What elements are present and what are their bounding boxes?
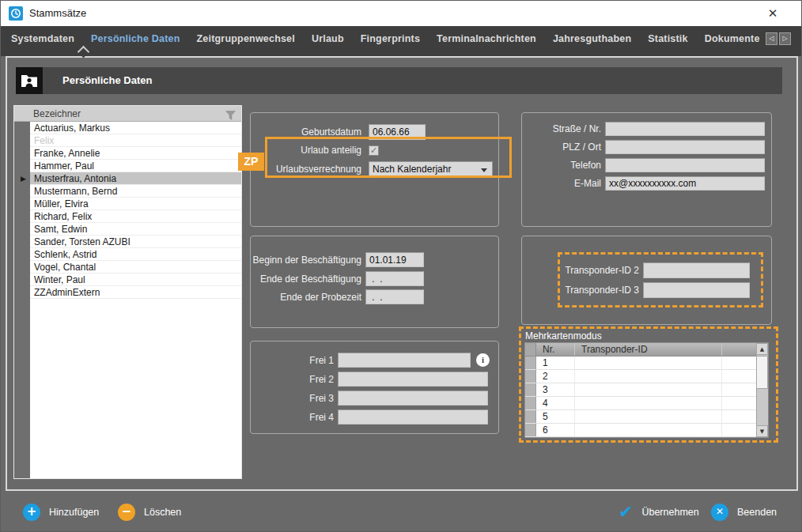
cell-transponder-id[interactable] xyxy=(575,424,722,436)
table-row[interactable]: 5 xyxy=(525,410,756,424)
cell-transponder-id[interactable] xyxy=(575,410,722,423)
section-header: Persönliche Daten xyxy=(16,67,782,94)
plz-ort-input[interactable] xyxy=(605,140,765,154)
info-icon[interactable]: i xyxy=(476,353,490,367)
employee-name: Felix xyxy=(34,135,54,146)
strasse-input[interactable] xyxy=(605,122,765,136)
employee-row[interactable]: ▶ Felix xyxy=(30,134,241,147)
exit-button[interactable]: ✕ Beenden xyxy=(711,504,777,521)
cell-transponder-id[interactable] xyxy=(575,397,722,409)
scrollbar-thumb[interactable] xyxy=(756,356,768,389)
employee-list-header[interactable]: Bezeichner xyxy=(14,106,241,122)
employee-row[interactable]: ▶ Hammer, Paul xyxy=(30,160,241,172)
tab[interactable]: Statistik xyxy=(644,33,691,44)
cell-transponder-id[interactable] xyxy=(575,370,722,383)
tab[interactable]: Systemdaten xyxy=(7,33,78,44)
person-folder-icon xyxy=(16,67,43,94)
frei3-input[interactable] xyxy=(338,391,488,406)
section-title: Persönliche Daten xyxy=(62,67,152,94)
add-button[interactable]: + Hinzufügen xyxy=(23,504,99,521)
employee-name: Samt, Edwin xyxy=(34,224,87,235)
mehrkarten-table-body: 1 2 3 xyxy=(525,357,756,437)
cell-filler xyxy=(722,383,756,396)
add-button-label: Hinzufügen xyxy=(49,507,99,518)
employee-row[interactable]: ▶ Sander, Torsten AZUBI xyxy=(30,236,241,248)
tab-scroll-left-icon[interactable]: ◁ xyxy=(766,32,777,45)
tab[interactable]: Dokumente xyxy=(701,33,764,44)
employee-row[interactable]: ▶ Schlenk, Astrid xyxy=(30,248,241,261)
employee-row[interactable]: ▶ Franke, Annelie xyxy=(30,147,241,160)
exit-button-label: Beenden xyxy=(737,507,777,518)
frei4-input[interactable] xyxy=(338,409,488,424)
scroll-up-icon[interactable]: ▲ xyxy=(756,343,768,355)
employee-row[interactable]: ▶ Musterfrau, Antonia xyxy=(30,172,241,185)
email-label: E-Mail xyxy=(522,178,601,189)
employee-row[interactable]: ▶ Richard, Felix xyxy=(30,210,241,223)
employee-name: Franke, Annelie xyxy=(34,148,100,159)
employee-name: Winter, Paul xyxy=(34,274,85,285)
employee-name: Mustermann, Bernd xyxy=(34,186,117,197)
tab[interactable]: Terminalnachrichten xyxy=(433,33,540,44)
frei1-input[interactable] xyxy=(338,353,471,368)
plus-icon: + xyxy=(23,504,40,521)
urlaub-anteilig-checkbox[interactable]: ✓ xyxy=(369,145,379,156)
email-input[interactable]: xx@xxxxxxxxxx.com xyxy=(605,176,765,191)
tab[interactable]: Zeitgruppenwechsel xyxy=(192,33,298,44)
employee-row[interactable]: ▶ Winter, Paul xyxy=(30,274,241,286)
column-header-transponder-id[interactable]: Transponder-ID xyxy=(575,343,722,356)
frei1-label: Frei 1 xyxy=(251,355,334,366)
delete-button-label: Löschen xyxy=(144,507,181,518)
tab[interactable]: Fingerprints xyxy=(357,33,424,44)
employee-row[interactable]: ▶ Vogel, Chantal xyxy=(30,261,241,274)
column-header-nr[interactable]: Nr. xyxy=(536,343,575,356)
employee-row[interactable]: ▶ Actuarius, Markus xyxy=(30,122,241,134)
tab-scroll-buttons: ◁ ▷ xyxy=(766,32,791,45)
apply-button[interactable]: ✔ Übernehmen xyxy=(619,504,699,521)
transponder-id2-input[interactable] xyxy=(643,262,750,278)
app-clock-icon xyxy=(9,6,23,21)
tab[interactable]: Urlaub xyxy=(308,33,348,44)
tab[interactable]: Persönliche Daten xyxy=(87,33,183,44)
scroll-down-icon[interactable]: ▼ xyxy=(756,425,768,437)
frei2-label: Frei 2 xyxy=(251,374,334,385)
urlaubsverrechnung-label: Urlaubsverrechnung xyxy=(251,164,361,175)
transponder-id3-label: Transponder-ID 3 xyxy=(522,285,639,296)
employee-name: Schlenk, Astrid xyxy=(34,249,96,260)
employee-name: Vogel, Chantal xyxy=(34,262,96,273)
cell-filler xyxy=(722,397,756,409)
cell-transponder-id[interactable] xyxy=(575,383,722,396)
tab-bar: Systemdaten Persönliche Daten Zeitgruppe… xyxy=(1,26,801,56)
table-row[interactable]: 2 xyxy=(525,370,756,383)
transponder-id3-input[interactable] xyxy=(643,282,750,298)
delete-button[interactable]: − Löschen xyxy=(118,504,181,521)
geburtsdatum-input[interactable]: 06.06.66 xyxy=(369,124,426,140)
urlaubsverrechnung-select[interactable]: Nach Kalenderjahr xyxy=(369,161,493,177)
employee-row[interactable]: ▶ ZZAdminExtern xyxy=(30,286,241,299)
transponder-id2-label: Transponder-ID 2 xyxy=(522,265,639,276)
apply-button-label: Übernehmen xyxy=(641,507,698,518)
table-row[interactable]: 6 xyxy=(525,424,756,437)
frei2-input[interactable] xyxy=(338,372,488,387)
tab-scroll-right-icon[interactable]: ▷ xyxy=(779,32,791,45)
ende-probezeit-input[interactable]: . . xyxy=(365,289,424,304)
checkmark-icon: ✔ xyxy=(619,504,633,521)
ende-beschaeftigung-input[interactable]: . . xyxy=(365,271,424,286)
beginn-beschaeftigung-input[interactable]: 01.01.19 xyxy=(365,252,424,267)
employee-row[interactable]: ▶ Müller, Elvira xyxy=(30,198,241,210)
ende-probezeit-label: Ende der Probezeit xyxy=(251,292,361,303)
employee-row[interactable]: ▶ Samt, Edwin xyxy=(30,223,241,236)
table-row[interactable]: 1 xyxy=(525,357,756,370)
mehrkarten-table: Nr. Transponder-ID 1 2 xyxy=(524,342,769,438)
checkmark-icon: ✓ xyxy=(370,146,377,155)
close-icon[interactable]: ✕ xyxy=(763,4,782,23)
table-row[interactable]: 3 xyxy=(525,383,756,397)
table-gutter-header xyxy=(525,343,536,356)
ende-beschaeftigung-label: Ende der Beschäftigung xyxy=(251,274,361,285)
tab[interactable]: Jahresguthaben xyxy=(549,33,635,44)
telefon-input[interactable] xyxy=(605,158,765,172)
table-row[interactable]: 4 xyxy=(525,397,756,410)
employee-row[interactable]: ▶ Mustermann, Bernd xyxy=(30,185,241,198)
cell-transponder-id[interactable] xyxy=(575,357,722,369)
table-scrollbar[interactable]: ▲ ▼ xyxy=(756,343,768,437)
cell-nr: 4 xyxy=(536,397,575,409)
